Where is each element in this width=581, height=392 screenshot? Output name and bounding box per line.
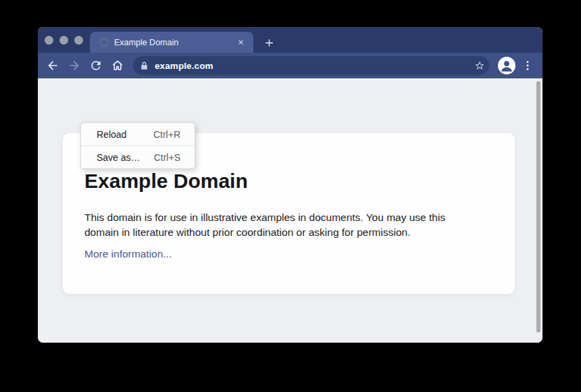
browser-toolbar: example.com <box>38 53 542 78</box>
menu-item-shortcut: Ctrl+S <box>154 152 180 163</box>
context-menu-item-reload[interactable]: Reload Ctrl+R <box>81 123 195 145</box>
more-information-link[interactable]: More information... <box>84 248 172 260</box>
browser-window: Example Domain <box>38 27 542 343</box>
context-menu-item-save-as[interactable]: Save as… Ctrl+S <box>81 146 195 168</box>
tab-title: Example Domain <box>114 38 234 47</box>
page-body-line: domain in literature without prior coord… <box>84 225 445 240</box>
reload-icon[interactable] <box>89 59 103 72</box>
forward-icon[interactable] <box>68 59 81 72</box>
favicon-globe-icon <box>100 39 108 47</box>
tab-example-domain[interactable]: Example Domain <box>90 32 253 53</box>
menu-item-label: Save as… <box>97 152 141 163</box>
profile-avatar-icon[interactable] <box>498 57 515 74</box>
vertical-scrollbar[interactable] <box>536 81 540 333</box>
page-body: This domain is for use in illustrative e… <box>84 210 445 239</box>
bookmark-star-icon[interactable] <box>474 59 486 72</box>
window-minimize-button[interactable] <box>59 36 68 45</box>
page-title: Example Domain <box>84 169 248 193</box>
browser-menu-icon[interactable] <box>521 59 534 72</box>
lock-icon[interactable] <box>139 61 149 71</box>
window-zoom-button[interactable] <box>74 36 83 45</box>
menu-item-label: Reload <box>97 129 126 140</box>
desktop-canvas: Example Domain <box>0 0 581 392</box>
new-tab-button[interactable] <box>261 35 276 50</box>
address-bar[interactable]: example.com <box>133 56 489 75</box>
viewport-top-highlight <box>38 78 542 80</box>
page-viewport: Example Domain This domain is for use in… <box>38 78 542 343</box>
title-bar: Example Domain <box>38 27 542 53</box>
menu-item-shortcut: Ctrl+R <box>153 129 180 140</box>
back-icon[interactable] <box>46 59 59 72</box>
tab-close-icon[interactable] <box>234 36 247 49</box>
context-menu: Reload Ctrl+R Save as… Ctrl+S <box>80 122 195 169</box>
url-text: example.com <box>155 61 213 71</box>
home-icon[interactable] <box>111 59 124 72</box>
page-body-line: This domain is for use in illustrative e… <box>84 210 445 225</box>
window-close-button[interactable] <box>45 36 53 45</box>
